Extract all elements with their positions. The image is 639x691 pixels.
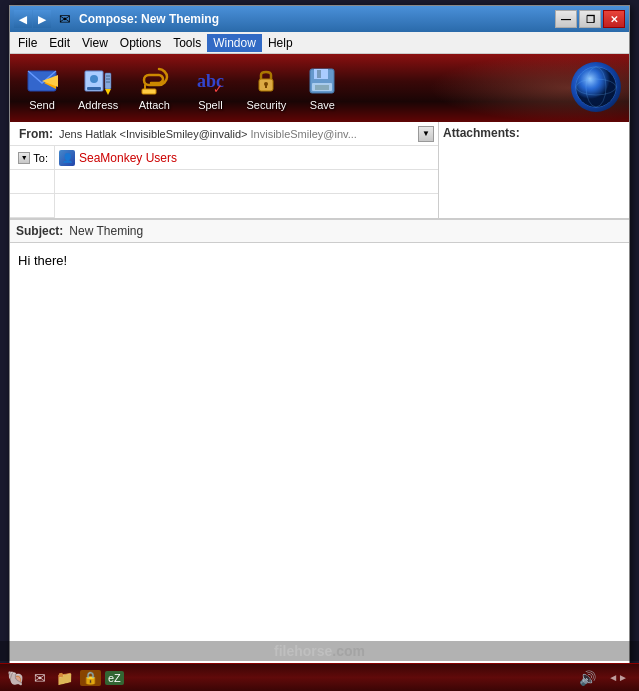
- taskbar-icon-file[interactable]: 📁: [53, 670, 76, 686]
- menu-options[interactable]: Options: [114, 34, 167, 52]
- cc-field-row[interactable]: [55, 170, 438, 194]
- attachments-label: Attachments:: [443, 126, 520, 140]
- menu-window[interactable]: Window: [207, 34, 262, 52]
- attach-icon: [138, 65, 170, 97]
- send-icon: [26, 65, 58, 97]
- header-fields: From: Jens Hatlak <InvisibleSmiley@inval…: [10, 122, 629, 219]
- taskbar-right: 🔊 ◄►: [576, 670, 635, 686]
- taskbar-arrows-icon: ◄►: [605, 672, 631, 683]
- nav-back-button[interactable]: ◀: [14, 10, 32, 28]
- title-bar: ◀ ▶ ✉ Compose: New Theming — ❐ ✕: [10, 6, 629, 32]
- fields-left: From: Jens Hatlak <InvisibleSmiley@inval…: [10, 122, 439, 218]
- watermark-text: filehorse.com: [274, 643, 365, 659]
- address-icon: [82, 65, 114, 97]
- taskbar-icon-mail[interactable]: ✉: [31, 670, 49, 686]
- taskbar-icon-seamonkey[interactable]: 🐚: [4, 670, 27, 686]
- recipient-icon: 👤: [59, 150, 75, 166]
- security-icon: [250, 65, 282, 97]
- save-label: Save: [310, 99, 335, 111]
- menu-view[interactable]: View: [76, 34, 114, 52]
- attach-label: Attach: [139, 99, 170, 111]
- send-label: Send: [29, 99, 55, 111]
- to-section: ▼ To: 👤 SeaMonkey Users: [10, 146, 438, 218]
- svg-rect-19: [317, 70, 321, 78]
- from-label: From:: [14, 127, 59, 141]
- taskbar-icon-ez[interactable]: eZ: [105, 671, 124, 685]
- svg-rect-6: [105, 73, 111, 89]
- svg-rect-16: [265, 84, 267, 88]
- nav-forward-button[interactable]: ▶: [33, 10, 51, 28]
- from-name: Jens Hatlak <InvisibleSmiley@invalid>: [59, 128, 247, 140]
- svg-point-23: [576, 67, 616, 107]
- from-dropdown[interactable]: ▼: [418, 126, 434, 142]
- save-icon: [306, 65, 338, 97]
- taskbar-icons: 🐚 ✉ 📁 🔒 eZ: [4, 670, 124, 686]
- subject-row: Subject: New Theming: [10, 219, 629, 243]
- attach-button[interactable]: Attach: [130, 63, 178, 113]
- menu-tools[interactable]: Tools: [167, 34, 207, 52]
- to-label: To:: [33, 152, 48, 164]
- menu-bar: File Edit View Options Tools Window Help: [10, 32, 629, 54]
- svg-rect-11: [142, 89, 156, 94]
- taskbar-icon-lock[interactable]: 🔒: [80, 670, 101, 686]
- bcc-field-row[interactable]: [55, 194, 438, 218]
- security-label: Security: [246, 99, 286, 111]
- to-arrow-button[interactable]: ▼: [18, 152, 30, 164]
- from-secondary: InvisibleSmiley@inv...: [251, 128, 357, 140]
- security-button[interactable]: Security: [242, 63, 290, 113]
- save-button[interactable]: Save: [298, 63, 346, 113]
- from-value: Jens Hatlak <InvisibleSmiley@invalid> In…: [59, 128, 416, 140]
- svg-point-4: [90, 75, 98, 83]
- compose-window: ◀ ▶ ✉ Compose: New Theming — ❐ ✕ File Ed…: [9, 5, 630, 673]
- cc-label-row: [10, 170, 54, 194]
- recipient-name[interactable]: SeaMonkey Users: [79, 151, 177, 165]
- send-button[interactable]: Send: [18, 63, 66, 113]
- restore-button[interactable]: ❐: [579, 10, 601, 28]
- taskbar-volume-icon[interactable]: 🔊: [576, 670, 599, 686]
- minimize-button[interactable]: —: [555, 10, 577, 28]
- window-title: Compose: New Theming: [79, 12, 551, 26]
- bcc-label-row: [10, 194, 54, 218]
- address-label: Address: [78, 99, 118, 111]
- globe-icon: [571, 62, 621, 112]
- message-body[interactable]: Hi there!: [10, 243, 629, 672]
- to-labels: ▼ To:: [10, 146, 55, 218]
- menu-help[interactable]: Help: [262, 34, 299, 52]
- taskbar: 🐚 ✉ 📁 🔒 eZ 🔊 ◄►: [0, 663, 639, 691]
- attachments-panel: Attachments:: [439, 122, 629, 218]
- spell-label: Spell: [198, 99, 222, 111]
- from-row: From: Jens Hatlak <InvisibleSmiley@inval…: [10, 122, 438, 146]
- svg-rect-21: [315, 85, 329, 90]
- spell-button[interactable]: abc ✓ Spell: [186, 63, 234, 113]
- window-icon: ✉: [59, 11, 75, 27]
- window-controls: — ❐ ✕: [555, 10, 625, 28]
- svg-text:✓: ✓: [213, 82, 223, 95]
- svg-marker-10: [105, 89, 111, 95]
- watermark: filehorse.com: [0, 641, 639, 661]
- close-button[interactable]: ✕: [603, 10, 625, 28]
- svg-rect-5: [87, 87, 101, 90]
- address-button[interactable]: Address: [74, 63, 122, 113]
- toolbar: Send Address: [10, 54, 629, 122]
- spell-icon: abc ✓: [194, 65, 226, 97]
- menu-edit[interactable]: Edit: [43, 34, 76, 52]
- to-fields: 👤 SeaMonkey Users: [55, 146, 438, 218]
- compose-area: From: Jens Hatlak <InvisibleSmiley@inval…: [10, 122, 629, 672]
- to-field-row[interactable]: 👤 SeaMonkey Users: [55, 146, 438, 170]
- menu-file[interactable]: File: [12, 34, 43, 52]
- subject-label: Subject:: [16, 224, 63, 238]
- to-label-row: ▼ To:: [10, 146, 54, 170]
- subject-value[interactable]: New Theming: [69, 224, 143, 238]
